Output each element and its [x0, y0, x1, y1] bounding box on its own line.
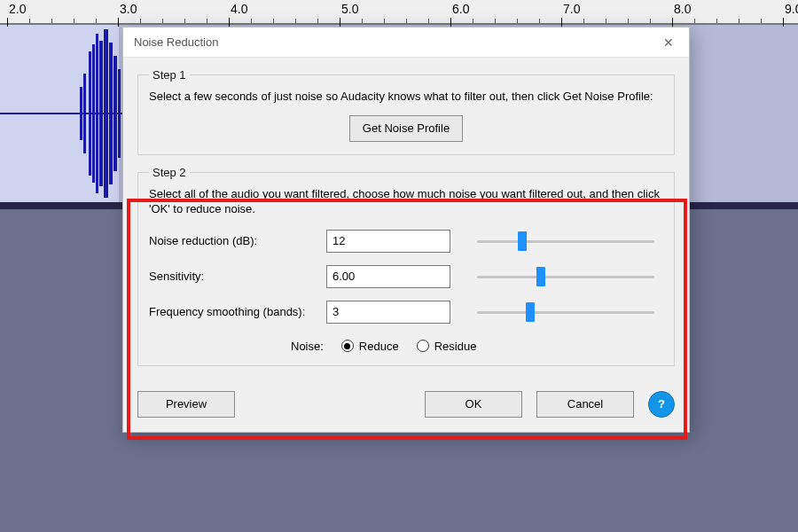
svg-rect-5	[104, 29, 108, 198]
noise-reduction-input[interactable]	[326, 230, 450, 253]
dialog-title: Noise Reduction	[134, 35, 218, 49]
get-noise-profile-button[interactable]: Get Noise Profile	[349, 115, 463, 142]
dialog-titlebar[interactable]: Noise Reduction ✕	[123, 27, 689, 58]
radio-reduce-circle	[341, 340, 354, 352]
noise-mode-label: Noise:	[291, 340, 324, 353]
radio-residue-circle	[417, 340, 429, 352]
close-icon[interactable]: ✕	[648, 27, 689, 57]
preview-button[interactable]: Preview	[137, 391, 235, 418]
step1-group: Step 1 Select a few seconds of just nois…	[137, 68, 675, 155]
noise-reduction-slider[interactable]	[459, 231, 663, 252]
svg-rect-8	[118, 69, 121, 158]
svg-rect-1	[89, 51, 91, 176]
svg-rect-10	[80, 87, 82, 140]
svg-rect-6	[109, 43, 113, 184]
radio-residue[interactable]: Residue	[417, 340, 477, 353]
step2-legend: Step 2	[149, 166, 190, 179]
svg-rect-3	[96, 34, 98, 193]
ruler-tick: 7.0	[563, 0, 580, 16]
ruler-tick: 9.0	[785, 0, 798, 16]
radio-reduce[interactable]: Reduce	[341, 340, 399, 353]
ruler-tick: 4.0	[231, 0, 247, 16]
sensitivity-input[interactable]	[326, 265, 450, 288]
waveform	[0, 25, 142, 202]
svg-rect-9	[83, 74, 86, 153]
step1-instructions: Select a few seconds of just noise so Au…	[149, 89, 663, 105]
ruler-tick: 5.0	[341, 0, 358, 16]
ruler-tick: 3.0	[120, 0, 137, 16]
ruler-tick: 8.0	[674, 0, 691, 16]
noise-reduction-row: Noise reduction (dB):	[149, 230, 663, 253]
cancel-button[interactable]: Cancel	[536, 391, 634, 418]
smoothing-slider[interactable]	[459, 301, 663, 323]
svg-rect-7	[113, 56, 117, 171]
sensitivity-row: Sensitivity:	[149, 265, 663, 288]
svg-rect-4	[99, 41, 103, 186]
sensitivity-label: Sensitivity:	[149, 270, 317, 283]
step2-group: Step 2 Select all of the audio you want …	[137, 166, 675, 366]
step2-instructions: Select all of the audio you want filtere…	[149, 186, 663, 217]
ok-button[interactable]: OK	[425, 391, 522, 418]
smoothing-label: Frequency smoothing (bands):	[149, 305, 317, 318]
help-icon[interactable]: ?	[648, 391, 675, 418]
sensitivity-slider[interactable]	[459, 266, 663, 287]
noise-reduction-dialog: Noise Reduction ✕ Step 1 Select a few se…	[122, 27, 690, 433]
svg-rect-2	[92, 44, 95, 183]
ruler-tick: 2.0	[9, 0, 26, 16]
smoothing-input[interactable]	[326, 301, 450, 324]
ruler-tick: 6.0	[452, 0, 469, 16]
timeline-ruler[interactable]: 2.03.04.05.06.07.08.09.0	[0, 0, 798, 25]
smoothing-row: Frequency smoothing (bands):	[149, 301, 663, 324]
step1-legend: Step 1	[149, 68, 190, 82]
noise-reduction-label: Noise reduction (dB):	[149, 234, 317, 247]
